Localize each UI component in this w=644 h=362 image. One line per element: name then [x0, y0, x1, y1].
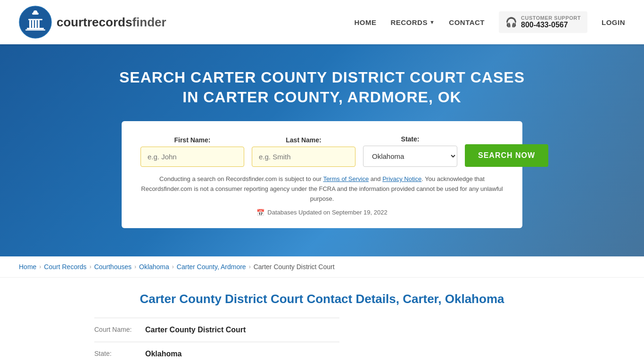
logo[interactable]: courtrecordsfinder: [19, 6, 166, 39]
headset-icon: 🎧: [505, 16, 517, 28]
state-select[interactable]: AlabamaAlaskaArizonaArkansasCaliforniaCo…: [363, 146, 457, 167]
hero-title: SEARCH CARTER COUNTY DISTRICT COURT CASE…: [110, 68, 534, 107]
svg-rect-4: [28, 19, 42, 20]
svg-rect-10: [25, 29, 45, 31]
nav-login[interactable]: LOGIN: [602, 18, 625, 26]
support-info: CUSTOMER SUPPORT 800-433-0567: [521, 15, 581, 29]
state-label: State:: [363, 135, 457, 143]
first-name-group: First Name:: [140, 136, 244, 167]
breadcrumb-link[interactable]: Court Records: [44, 263, 86, 271]
privacy-link[interactable]: Privacy Notice: [382, 175, 421, 182]
hero-section: SEARCH CARTER COUNTY DISTRICT COURT CASE…: [0, 44, 644, 256]
svg-rect-7: [35, 20, 37, 28]
last-name-group: Last Name:: [252, 136, 355, 167]
svg-rect-9: [27, 28, 44, 29]
calendar-icon: 📅: [256, 209, 264, 216]
logo-text: courtrecordsfinder: [57, 15, 166, 30]
logo-icon: [19, 6, 52, 39]
nav-records[interactable]: RECORDS ▼: [390, 18, 435, 26]
site-header: courtrecordsfinder HOME RECORDS ▼ CONTAC…: [0, 0, 644, 44]
breadcrumb-link[interactable]: Carter County, Ardmore: [177, 263, 246, 271]
state-group: State: AlabamaAlaskaArizonaArkansasCalif…: [363, 135, 457, 167]
nav-contact[interactable]: CONTACT: [449, 18, 485, 26]
breadcrumb: Home›Court Records›Courthouses›Oklahoma›…: [0, 256, 644, 278]
breadcrumb-link[interactable]: Home: [19, 263, 36, 271]
search-form: First Name: Last Name: State: AlabamaAla…: [122, 121, 522, 228]
court-name-label: Court Name:: [94, 326, 141, 333]
search-fields-row: First Name: Last Name: State: AlabamaAla…: [140, 135, 504, 167]
terms-link[interactable]: Terms of Service: [323, 175, 369, 182]
svg-point-3: [33, 10, 37, 13]
support-label: CUSTOMER SUPPORT: [521, 15, 581, 21]
breadcrumb-current: Carter County District Court: [254, 263, 335, 271]
customer-support-block[interactable]: 🎧 CUSTOMER SUPPORT 800-433-0567: [499, 11, 587, 33]
last-name-label: Last Name:: [252, 136, 355, 144]
svg-rect-5: [29, 20, 31, 28]
svg-rect-8: [38, 20, 40, 28]
first-name-label: First Name:: [140, 136, 244, 144]
breadcrumb-sep: ›: [249, 263, 251, 270]
court-name-value: Carter County District Court: [145, 326, 246, 334]
breadcrumb-link[interactable]: Oklahoma: [139, 263, 169, 271]
breadcrumb-sep: ›: [90, 263, 91, 270]
breadcrumb-sep: ›: [134, 263, 136, 270]
support-phone: 800-433-0567: [521, 21, 581, 29]
search-button[interactable]: SEARCH NOW: [465, 144, 548, 167]
breadcrumb-sep: ›: [172, 263, 174, 270]
section-title: Carter County District Court Contact Det…: [94, 292, 550, 306]
svg-rect-6: [32, 20, 34, 28]
db-updated: 📅 Databases Updated on September 19, 202…: [140, 209, 504, 216]
state-row: State: Oklahoma: [94, 342, 339, 362]
first-name-input[interactable]: [140, 147, 244, 167]
last-name-input[interactable]: [252, 147, 355, 167]
breadcrumb-link[interactable]: Courthouses: [94, 263, 132, 271]
nav-home[interactable]: HOME: [354, 18, 376, 26]
state-info-label: State:: [94, 350, 141, 357]
main-nav: HOME RECORDS ▼ CONTACT 🎧 CUSTOMER SUPPOR…: [354, 11, 625, 33]
breadcrumb-sep: ›: [39, 263, 41, 270]
state-info-value: Oklahoma: [145, 350, 182, 358]
court-info-table: Court Name: Carter County District Court…: [94, 318, 339, 362]
chevron-down-icon: ▼: [429, 19, 435, 25]
main-content: Carter County District Court Contact Det…: [0, 278, 644, 362]
disclaimer-text: Conducting a search on Recordsfinder.com…: [140, 174, 504, 204]
court-name-row: Court Name: Carter County District Court: [94, 318, 339, 342]
